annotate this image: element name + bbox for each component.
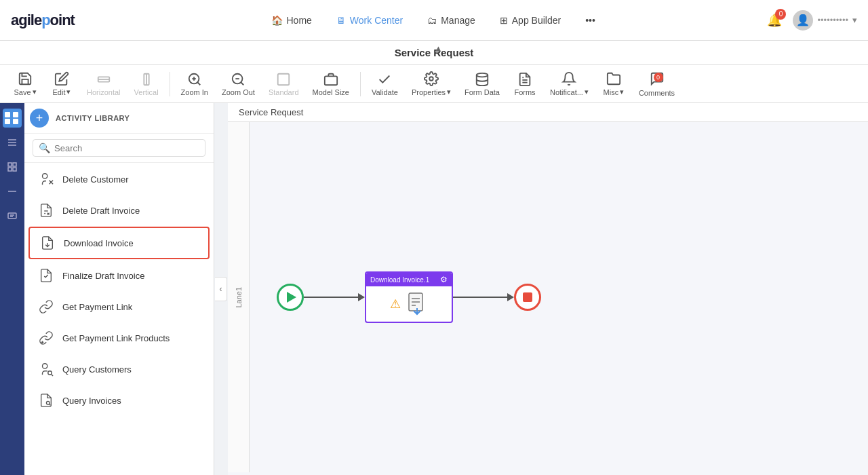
sidebar-item-query-invoices[interactable]: Query Invoices [28,385,210,415]
search-input[interactable] [54,143,199,153]
sidebar-header: + ACTIVITY LIBRARY [24,103,214,134]
sidebar-item-get-payment-link[interactable]: Get Payment Link [28,292,210,322]
nav-home-label: Home [287,15,312,26]
svg-line-5 [197,82,200,85]
svg-rect-21 [13,163,16,166]
logo: agilepoint [11,12,75,29]
nav-more[interactable]: ••• [576,10,605,31]
nav-workcenter-label: Work Center [350,15,403,26]
svg-rect-20 [8,163,12,166]
collapse-left-icon: ‹ [220,284,222,294]
flow-arrow-2 [507,293,514,301]
sidebar-item-delete-draft-invoice[interactable]: Delete Draft Invoice [28,195,210,225]
more-dots-icon: ••• [585,15,595,26]
end-node[interactable] [514,284,541,311]
get-payment-link-products-icon [37,328,56,347]
strip-apps-icon[interactable] [3,109,22,128]
model-size-button[interactable]: Model Size [307,69,355,99]
svg-rect-12 [325,76,337,85]
dash-icon [7,186,18,197]
start-play-icon [287,292,296,303]
sidebar-item-download-invoice[interactable]: Download Invoice [28,227,210,259]
activity-node-header: Download Invoice.1 ⚙ [366,273,452,286]
comments-button[interactable]: 0 Comments [633,69,680,100]
get-payment-link-label: Get Payment Link [62,302,132,312]
page-header: ▲ Service Request [0,41,868,65]
zoom-out-icon [231,72,245,87]
activity-list: Delete Customer Delete Draft Invoice Dow… [24,163,214,475]
edit-icon [54,71,69,86]
svg-line-42 [50,404,51,406]
get-payment-link-icon [37,297,56,316]
svg-rect-11 [278,73,290,85]
model-size-icon [323,72,338,87]
properties-button[interactable]: Properties ▾ [406,69,456,99]
notifications-button[interactable]: Notificat... ▾ [545,69,594,99]
sidebar-item-delete-customer[interactable]: Delete Customer [28,164,210,194]
user-name: •••••••••• [817,15,848,25]
strip-dash-icon[interactable] [3,182,22,201]
collapse-up-icon[interactable]: ▲ [434,43,443,54]
save-button[interactable]: Save ▾ [8,69,42,99]
avatar: 👤 [793,10,813,31]
svg-rect-23 [13,168,16,171]
notifications-icon [561,71,576,86]
nav-workcenter[interactable]: 🖥 Work Center [327,10,412,31]
sidebar-item-query-customers[interactable]: Query Customers [28,354,210,384]
edit-button[interactable]: Edit ▾ [45,69,79,99]
activity-node-gear-icon[interactable]: ⚙ [440,275,448,284]
search-box: 🔍 [24,134,214,163]
save-label: Save ▾ [14,88,36,96]
nav-appbuilder[interactable]: ⊞ App Builder [490,10,570,31]
validate-button[interactable]: Validate [366,69,403,99]
nav-right: 🔔 0 👤 •••••••••• ▾ [764,10,857,31]
download-invoice-icon [38,233,57,252]
forms-button[interactable]: Forms [508,69,542,99]
start-node[interactable] [277,284,304,311]
zoom-in-button[interactable]: Zoom In [176,69,214,99]
svg-point-13 [429,77,433,81]
notification-button[interactable]: 🔔 0 [764,10,785,31]
zoom-in-label: Zoom In [181,88,208,96]
get-payment-link-products-label: Get Payment Link Products [62,333,170,343]
properties-icon [424,71,439,86]
user-icon: 👤 [796,14,810,26]
horizontal-button[interactable]: Horizontal [81,69,126,99]
strip-grid-icon[interactable] [3,157,22,176]
horizontal-icon [96,72,111,87]
standard-icon [276,72,291,87]
save-icon [18,71,33,86]
zoom-out-button[interactable]: Zoom Out [216,69,260,99]
query-customers-icon [37,360,56,379]
misc-button[interactable]: Misc ▾ [597,69,631,99]
end-stop-icon [523,292,532,302]
chevron-down-icon: ▾ [852,15,857,25]
strip-id-icon[interactable] [3,206,22,225]
activity-node-download-invoice[interactable]: Download Invoice.1 ⚙ ⚠ [365,271,453,323]
canvas-content[interactable]: Lane1 Download Inv [228,122,868,472]
left-strip [0,103,24,475]
strip-list-icon[interactable] [3,133,22,152]
finalize-draft-invoice-icon [37,266,56,285]
form-data-button[interactable]: Form Data [459,69,505,99]
user-menu[interactable]: 👤 •••••••••• ▾ [793,10,857,31]
flow-line-1 [304,297,358,298]
standard-button[interactable]: Standard [263,69,304,99]
add-activity-button[interactable]: + [30,109,49,128]
query-invoices-icon [37,391,56,410]
misc-label: Misc ▾ [604,88,625,96]
download-invoice-label: Download Invoice [64,238,134,248]
nav-manage[interactable]: 🗂 Manage [418,10,485,31]
canvas-title: Service Request [228,103,868,122]
activity-node-title: Download Invoice.1 [370,276,429,284]
sidebar-collapse-button[interactable]: ‹ [214,103,228,475]
svg-rect-22 [8,168,12,171]
vertical-button[interactable]: Vertical [129,69,164,99]
svg-rect-25 [8,213,16,218]
delete-draft-invoice-icon [37,201,56,220]
nav-home[interactable]: 🏠 Home [262,10,321,31]
flow-arrow-1 [358,293,365,301]
sidebar-item-get-payment-link-products[interactable]: Get Payment Link Products [28,323,210,353]
sidebar-title: ACTIVITY LIBRARY [56,114,130,122]
sidebar-item-finalize-draft-invoice[interactable]: Finalize Draft Invoice [28,261,210,290]
